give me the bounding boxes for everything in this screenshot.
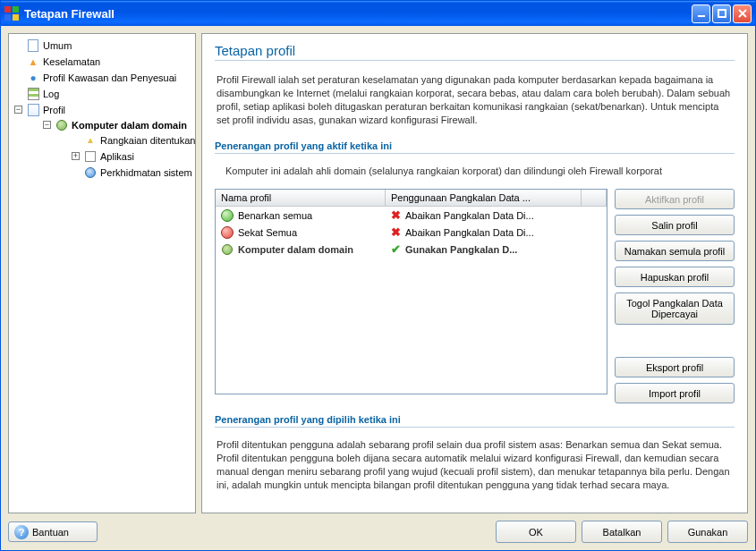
intro-text: Profil Firewall ialah set peraturan kese… xyxy=(217,73,733,126)
globe-icon xyxy=(27,72,39,84)
dialog-footer: ? Bantuan OK Batalkan Gunakan xyxy=(8,519,748,543)
maximize-button[interactable] xyxy=(712,4,731,23)
tree-item-profile[interactable]: − Profil − Komputer dalam domain Rangkai… xyxy=(11,102,193,182)
header-name[interactable]: Nama profil xyxy=(216,190,386,206)
cross-icon: ✖ xyxy=(391,208,401,222)
toggle-trusted-db-button[interactable]: Togol Pangkalan Data Dipercayai xyxy=(615,292,735,325)
collapse-icon[interactable]: − xyxy=(14,106,22,114)
selected-profile-heading: Penerangan profil yang dipilih ketika in… xyxy=(215,414,735,428)
collapse-icon[interactable]: − xyxy=(43,121,51,129)
profile-buttons: Aktifkan profil Salin profil Namakan sem… xyxy=(615,189,735,403)
help-button[interactable]: ? Bantuan xyxy=(8,521,98,542)
sidebar-panel: Umum Keselamatan Profil Kawasan dan Peny… xyxy=(8,33,196,513)
app-icon xyxy=(4,6,19,21)
app-icon xyxy=(84,150,97,163)
close-icon xyxy=(738,9,747,18)
rename-profile-button[interactable]: Namakan semula profil xyxy=(615,241,735,261)
selected-profile-desc: Profil ditentukan pengguna adalah sebara… xyxy=(217,438,733,491)
list-row[interactable]: Sekat Semua ✖Abaikan Pangkalan Data Di..… xyxy=(216,224,607,241)
list-header: Nama profil Penggunaan Pangkalan Data ..… xyxy=(216,190,607,207)
ok-button[interactable]: OK xyxy=(496,521,576,543)
header-db[interactable]: Penggunaan Pangkalan Data ... xyxy=(386,190,582,206)
maximize-icon xyxy=(718,9,726,18)
user-icon xyxy=(221,243,234,256)
block-icon xyxy=(221,226,234,239)
tree-item-zone-adapter[interactable]: Profil Kawasan dan Penyesuai xyxy=(11,70,193,86)
list-body: Benarkan semua ✖Abaikan Pangkalan Data D… xyxy=(216,207,607,394)
window-title: Tetapan Firewall xyxy=(24,7,115,21)
titlebar[interactable]: Tetapan Firewall xyxy=(1,1,755,26)
apply-button[interactable]: Gunakan xyxy=(667,521,748,543)
export-profile-button[interactable]: Eksport profil xyxy=(615,357,735,377)
minimize-icon xyxy=(697,9,706,18)
window: Tetapan Firewall Umum K xyxy=(0,0,756,551)
page-title: Tetapan profil xyxy=(215,43,735,58)
network-icon xyxy=(84,134,97,147)
tree-item-defined-networks[interactable]: Rangkaian ditentukan xyxy=(68,132,193,148)
active-profile-desc: Komputer ini adalah ahli domain (selalun… xyxy=(217,165,733,178)
check-icon: ✔ xyxy=(391,242,401,256)
user-icon xyxy=(55,119,68,131)
delete-profile-button[interactable]: Hapuskan profil xyxy=(615,267,735,287)
main-panel: Tetapan profil Profil Firewall ialah set… xyxy=(201,33,748,513)
service-icon xyxy=(84,166,97,179)
profile-icon xyxy=(27,104,39,116)
list-row[interactable]: Komputer dalam domain ✔Gunakan Pangkalan… xyxy=(216,241,607,258)
shield-icon xyxy=(27,55,39,68)
active-profile-heading: Penerangan profil yang aktif ketika ini xyxy=(215,140,735,154)
import-profile-button[interactable]: Import profil xyxy=(615,383,735,403)
cross-icon: ✖ xyxy=(391,225,401,239)
tree-item-system-services[interactable]: Perkhidmatan sistem xyxy=(68,165,193,181)
doc-icon xyxy=(27,39,39,52)
header-spacer xyxy=(582,190,607,206)
help-icon: ? xyxy=(14,525,29,539)
tree-item-domain-computer[interactable]: − Komputer dalam domain Rangkaian ditent… xyxy=(39,117,193,182)
svg-rect-1 xyxy=(718,10,726,17)
expand-icon[interactable]: + xyxy=(72,152,80,160)
allow-icon xyxy=(221,209,234,222)
tree-item-log[interactable]: Log xyxy=(11,86,193,102)
nav-tree: Umum Keselamatan Profil Kawasan dan Peny… xyxy=(11,38,193,182)
tree-item-applications[interactable]: + Aplikasi xyxy=(68,148,193,165)
profile-list[interactable]: Nama profil Penggunaan Pangkalan Data ..… xyxy=(215,189,607,394)
log-icon xyxy=(27,88,39,100)
copy-profile-button[interactable]: Salin profil xyxy=(615,215,735,235)
activate-profile-button[interactable]: Aktifkan profil xyxy=(615,189,735,209)
tree-item-security[interactable]: Keselamatan xyxy=(11,54,193,70)
tree-item-general[interactable]: Umum xyxy=(11,38,193,54)
minimize-button[interactable] xyxy=(692,4,710,23)
list-row[interactable]: Benarkan semua ✖Abaikan Pangkalan Data D… xyxy=(216,207,607,224)
close-button[interactable] xyxy=(733,4,752,23)
cancel-button[interactable]: Batalkan xyxy=(582,521,662,543)
